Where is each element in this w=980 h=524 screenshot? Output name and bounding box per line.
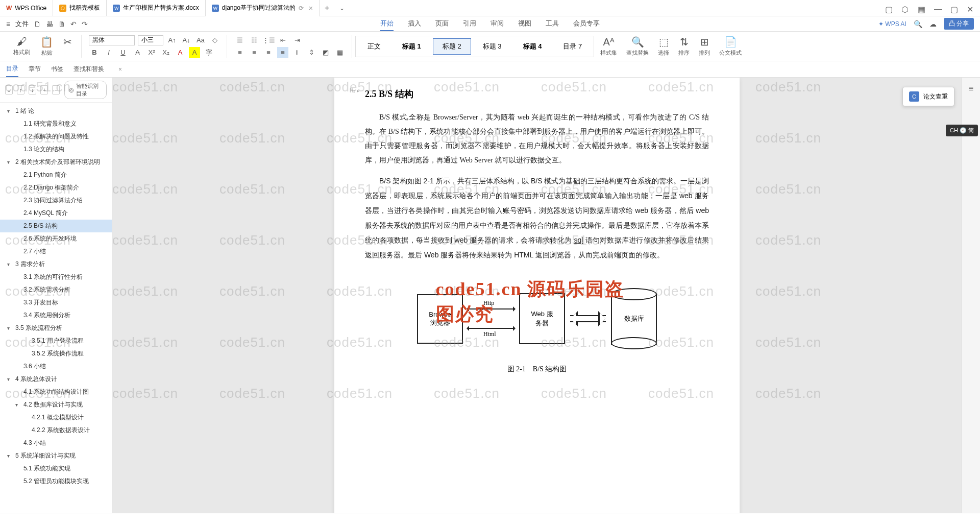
format-painter-button[interactable]: 🖌 格式刷 [10, 35, 33, 58]
share-button[interactable]: 凸 分享 [944, 18, 974, 30]
decrease-indent-icon[interactable]: ⇤ [277, 35, 288, 46]
sp-tab-chapter[interactable]: 章节 [29, 62, 41, 77]
clear-format-icon[interactable]: ◇ [209, 35, 220, 46]
paste-button[interactable]: 📋 粘贴 [37, 35, 56, 58]
border-icon[interactable]: ▦ [334, 47, 346, 58]
outline-item[interactable]: 4.1 系统功能结构设计图 [0, 386, 112, 398]
outline-item[interactable]: 5.2 管理员功能模块实现 [0, 475, 112, 488]
align-center-icon[interactable]: ≡ [249, 47, 260, 58]
tab-tools[interactable]: 工具 [546, 17, 559, 31]
tab-start[interactable]: 开始 [380, 17, 394, 31]
new-tab-button[interactable]: + [320, 4, 334, 13]
outline-item[interactable]: 3.3 开发目标 [0, 296, 112, 309]
style-set-button[interactable]: Aᴬ 样式集 [597, 35, 620, 58]
tab-template[interactable]: ⬡ 找稻壳模板 [53, 0, 107, 16]
qat-undo-icon[interactable]: ↶ [70, 20, 77, 28]
smart-toc-button[interactable]: ◎ 智能识别目录 [64, 81, 107, 99]
close-icon[interactable]: × [309, 4, 313, 12]
style-h1[interactable]: 标题 1 [393, 38, 431, 55]
align-right-icon[interactable]: ≡ [263, 47, 274, 58]
outline-item[interactable]: 1.2 拟解决的问题及特性 [0, 130, 112, 143]
bullet-list-icon[interactable]: ☰ [234, 35, 246, 46]
distribute-icon[interactable]: ⫴ [291, 47, 303, 58]
tab-view[interactable]: 视图 [518, 17, 531, 31]
outline-item[interactable]: 2.5 B/S 结构 [0, 220, 112, 232]
file-menu[interactable]: 文件 [15, 19, 29, 29]
find-replace-button[interactable]: 🔍 查找替换 [623, 35, 652, 58]
cut-button[interactable]: ✂ [60, 35, 75, 58]
paragraph-1[interactable]: B/S 模式,全称是 Browser/Server，其为随着 web 兴起而诞生… [365, 110, 709, 168]
outline-item[interactable]: ▾4 系统总体设计 [0, 373, 112, 386]
plagiarism-check-panel[interactable]: C 论文查重 [902, 87, 954, 106]
outline-item[interactable]: ▾5 系统详细设计与实现 [0, 449, 112, 462]
outline-add-icon[interactable]: + [40, 85, 48, 94]
qat-save-icon[interactable]: 🗋 [34, 20, 41, 28]
app-icon-1[interactable]: ▢ [885, 5, 892, 12]
gov-mode-button[interactable]: 📄 公文模式 [716, 35, 745, 58]
increase-indent-icon[interactable]: ⇥ [291, 35, 303, 46]
tab-wps-home[interactable]: W WPS Office [0, 0, 53, 16]
align-left-icon[interactable]: ≡ [234, 47, 246, 58]
style-h4[interactable]: 标题 4 [513, 38, 552, 55]
figure-caption[interactable]: 图 2-1 B/S 结构图 [365, 365, 709, 374]
app-icon-2[interactable]: ⬡ [901, 5, 909, 12]
tree-toggle-icon[interactable]: ▾ [7, 108, 13, 114]
wps-ai-button[interactable]: ✦ WPS AI [878, 20, 906, 28]
paragraph-2[interactable]: B/S 架构如图 2-1 所示，共有三层体系结构，以 B/S 模式为基础的三层结… [365, 174, 709, 263]
outline-item[interactable]: 2.3 协同过滤算法介绍 [0, 194, 112, 207]
font-size-select[interactable] [138, 35, 163, 45]
change-case-icon[interactable]: Aa [195, 35, 206, 46]
qat-redo-icon[interactable]: ↷ [82, 20, 88, 28]
outline-item[interactable]: 4.2.1 概念模型设计 [0, 411, 112, 424]
char-border-button[interactable]: 字 [203, 47, 214, 58]
arrange-button[interactable]: ⊞ 排列 [696, 35, 713, 58]
bold-button[interactable]: B [89, 47, 100, 58]
tree-toggle-icon[interactable]: ▾ [7, 376, 13, 382]
tab-review[interactable]: 审阅 [491, 17, 504, 31]
outline-collapse-icon[interactable]: ⌄ [5, 85, 13, 94]
outline-item[interactable]: 2.4 MySQL 简介 [0, 207, 112, 220]
highlight-button[interactable]: A [189, 47, 200, 58]
sidepanel-close-icon[interactable]: × [118, 66, 122, 73]
multilevel-list-icon[interactable]: ⋮☰ [263, 35, 274, 46]
tree-toggle-icon[interactable]: ▾ [7, 261, 13, 267]
increase-font-icon[interactable]: A↑ [166, 35, 178, 46]
cloud-icon[interactable]: ☁ [929, 20, 937, 28]
tab-reference[interactable]: 引用 [463, 17, 476, 31]
close-button[interactable]: ✕ [967, 5, 974, 12]
heading-2-5[interactable]: 2.5 B/S 结构 [365, 88, 709, 100]
font-color-button[interactable]: A [175, 47, 186, 58]
style-normal[interactable]: 正文 [358, 38, 390, 55]
outline-item[interactable]: ▾3 需求分析 [0, 258, 112, 271]
shading-icon[interactable]: ◩ [320, 47, 331, 58]
font-name-select[interactable] [89, 35, 135, 45]
sp-tab-find[interactable]: 查找和替换 [74, 62, 104, 77]
ime-badge[interactable]: CH 🕗 简 [946, 125, 978, 136]
sp-tab-outline[interactable]: 目录 [6, 61, 18, 77]
search-icon[interactable]: 🔍 [914, 20, 922, 28]
outline-item[interactable]: 2.7 小结 [0, 245, 112, 258]
outline-item[interactable]: 3.5.2 系统操作流程 [0, 347, 112, 360]
decrease-font-icon[interactable]: A↓ [181, 35, 192, 46]
tree-toggle-icon[interactable]: ▾ [7, 159, 13, 165]
superscript-button[interactable]: X² [146, 47, 157, 58]
qat-preview-icon[interactable]: 🗎 [58, 20, 65, 28]
tab-member[interactable]: 会员专享 [573, 17, 600, 31]
outline-item[interactable]: 3.6 小结 [0, 360, 112, 373]
tree-toggle-icon[interactable]: ▾ [15, 402, 21, 408]
tab-doc-2-active[interactable]: W django基于协同过滤算法的 ⟳ × [206, 0, 320, 16]
outline-item[interactable]: 4.3 小结 [0, 437, 112, 449]
style-h2[interactable]: 标题 2 [433, 38, 471, 55]
minimize-button[interactable]: — [934, 5, 941, 12]
outline-item[interactable]: 2.6 系统的开发环境 [0, 232, 112, 245]
outline-up-icon[interactable]: ↑ [17, 85, 24, 94]
number-list-icon[interactable]: ☷ [249, 35, 260, 46]
outline-item[interactable]: ▾2 相关技术简介及部署环境说明 [0, 156, 112, 169]
select-button[interactable]: ⬚ 选择 [655, 35, 672, 58]
sort-button[interactable]: ⇅ 排序 [675, 35, 693, 58]
outline-item[interactable]: 3.1 系统的可行性分析 [0, 271, 112, 283]
document-area[interactable]: H₂ ▸ 2.5 B/S 结构 B/S 模式,全称是 Browser/Serve… [112, 78, 962, 513]
style-h3[interactable]: 标题 3 [473, 38, 511, 55]
hamburger-icon[interactable]: ≡ [6, 20, 10, 28]
rail-expand-icon[interactable]: ≡ [965, 83, 977, 95]
